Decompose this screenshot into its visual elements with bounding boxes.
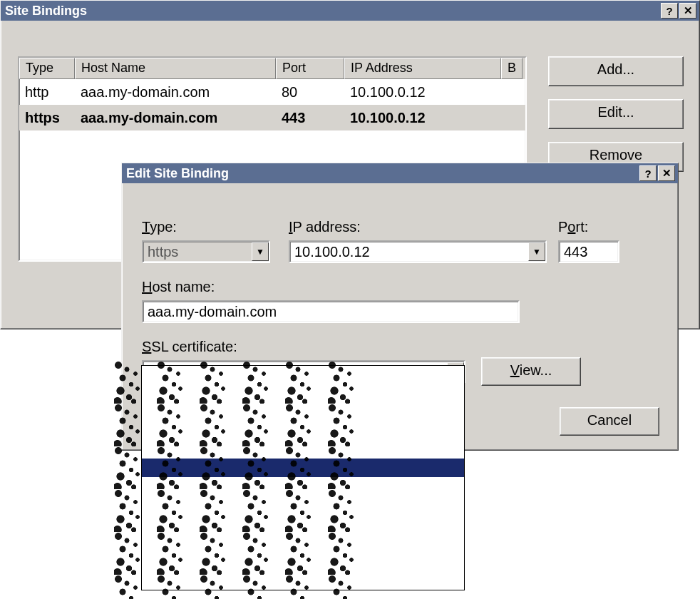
col-header-type[interactable]: Type (19, 58, 75, 79)
close-button[interactable]: ✕ (679, 3, 696, 19)
cell-ip: 10.100.0.12 (344, 108, 501, 128)
type-combo: https (142, 240, 270, 263)
cell-host: aaa.my-domain.com (75, 82, 276, 103)
ssl-option[interactable] (142, 384, 464, 403)
cell-type: http (19, 82, 75, 103)
view-button[interactable]: View... (481, 357, 581, 386)
col-header-ip[interactable]: IP Address (344, 58, 501, 79)
window-title: Site Bindings (5, 4, 659, 19)
edit-button[interactable]: Edit... (548, 99, 684, 129)
col-header-host[interactable]: Host Name (75, 58, 276, 79)
help-button[interactable]: ? (661, 3, 678, 19)
cell-port: 80 (276, 82, 344, 103)
port-input[interactable]: 443 (558, 240, 619, 263)
cell-port: 443 (276, 108, 344, 128)
ssl-option[interactable] (142, 459, 464, 477)
ssl-label: SSL certificate: (142, 339, 237, 355)
cell-ip: 10.100.0.12 (344, 82, 501, 103)
ssl-dropdown-list[interactable] (141, 365, 465, 590)
bindings-list-header: Type Host Name Port IP Address B (19, 58, 525, 79)
host-input[interactable]: aaa.my-domain.com (142, 300, 520, 323)
ip-combo[interactable]: 10.100.0.12 (289, 240, 547, 263)
close-button[interactable]: ✕ (658, 165, 675, 181)
ssl-option[interactable] (142, 440, 464, 459)
help-button[interactable]: ? (639, 165, 657, 181)
ssl-option[interactable] (142, 533, 464, 551)
type-label: Type: (142, 219, 177, 235)
cell-type: https (19, 108, 75, 128)
window-title: Edit Site Binding (126, 166, 638, 181)
table-row[interactable]: httpaaa.my-domain.com8010.100.0.12 (19, 79, 525, 105)
ip-label: IP address: (289, 219, 361, 235)
col-header-port[interactable]: Port (276, 58, 344, 79)
ssl-option[interactable] (142, 403, 464, 421)
ssl-option[interactable] (142, 514, 464, 533)
ssl-option[interactable] (142, 477, 464, 496)
port-label: Port: (558, 219, 588, 235)
col-header-b[interactable]: B (501, 58, 523, 79)
host-label: Host name: (142, 279, 215, 295)
ssl-option[interactable] (142, 421, 464, 440)
add-button[interactable]: Add... (548, 56, 684, 86)
cell-host: aaa.my-domain.com (75, 108, 276, 128)
titlebar-edit[interactable]: Edit Site Binding ? ✕ (122, 163, 678, 183)
ssl-option[interactable] (142, 496, 464, 514)
cancel-button[interactable]: Cancel (560, 407, 659, 436)
ssl-option[interactable] (142, 551, 464, 570)
chevron-down-icon: ▼ (252, 242, 269, 261)
chevron-down-icon[interactable]: ▼ (528, 242, 545, 261)
table-row[interactable]: httpsaaa.my-domain.com44310.100.0.12 (19, 105, 525, 130)
ssl-option[interactable] (142, 366, 464, 384)
titlebar-site-bindings[interactable]: Site Bindings ? ✕ (1, 1, 699, 21)
